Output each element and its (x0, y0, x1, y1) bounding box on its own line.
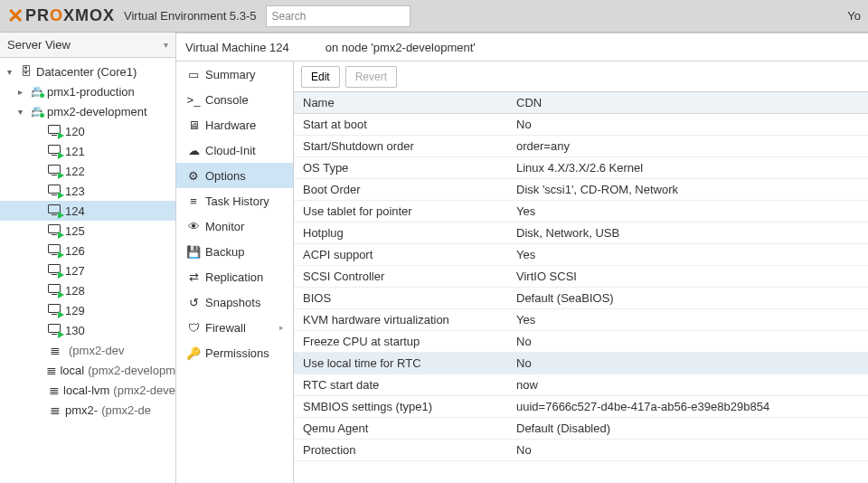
option-value: Linux 4.X/3.X/2.6 Kernel (513, 161, 868, 175)
vm-label: 124 (65, 204, 85, 218)
tree-vm[interactable]: 125 (0, 221, 175, 241)
storage-suffix: (pmx2-de (101, 403, 151, 417)
option-row[interactable]: RTC start date now (294, 374, 868, 396)
env-label: Virtual Environment 5.3-5 (124, 9, 256, 23)
resource-tree: ▾ Datacenter (Core1) ▸ pmx1-production▾ … (0, 58, 175, 423)
tree-vm[interactable]: 130 (0, 320, 175, 340)
option-value: order=any (513, 139, 868, 153)
tree-vm[interactable]: 129 (0, 300, 175, 320)
option-name: BIOS (294, 291, 513, 305)
subnav-hardware[interactable]: 🖥 Hardware (176, 112, 293, 137)
vm-label: 130 (65, 324, 85, 337)
tree-vm[interactable]: 120 (0, 121, 175, 141)
option-row[interactable]: BIOS Default (SeaBIOS) (294, 288, 868, 309)
tree-storage[interactable]: local-lvm (pmx2-deve (0, 380, 175, 400)
subnav-label: Options (205, 169, 246, 183)
option-row[interactable]: Hotplug Disk, Network, USB (294, 223, 868, 244)
subnav-snapshots[interactable]: ↺ Snapshots (176, 289, 293, 315)
chevron-down-icon: ▾ (164, 40, 168, 50)
tree-storage[interactable]: (pmx2-dev (0, 340, 175, 360)
subnav-label: Firewall (205, 321, 246, 335)
options-icon: ⚙ (185, 169, 202, 183)
tree-vm[interactable]: 123 (0, 181, 175, 201)
subnav-monitor[interactable]: 👁 Monitor (176, 213, 293, 239)
vm-node-text: on node 'pmx2-development' (326, 41, 476, 54)
option-row[interactable]: Protection No (294, 440, 868, 461)
main: Server View ▾ ▾ Datacenter (Core1) ▸ pmx… (0, 33, 868, 483)
subnav-label: Console (205, 93, 249, 107)
options-grid: Name CDN Start at boot NoStart/Shutdown … (294, 92, 868, 483)
tree-storage[interactable]: local (pmx2-developm (0, 360, 175, 380)
option-name: SMBIOS settings (type1) (294, 400, 513, 413)
collapse-icon[interactable]: ▾ (18, 107, 29, 117)
tree-datacenter[interactable]: ▾ Datacenter (Core1) (0, 62, 175, 81)
tree-vm[interactable]: 126 (0, 241, 175, 260)
view-label: Server View (7, 38, 71, 52)
vm-label: 129 (65, 304, 85, 317)
subnav-permissions[interactable]: 🔑 Permissions (176, 340, 293, 365)
option-row[interactable]: Freeze CPU at startup No (294, 331, 868, 353)
brand-prefix: PR (25, 6, 50, 24)
option-row[interactable]: SMBIOS settings (type1) uuid=7666c527-d4… (294, 396, 868, 418)
monitor-icon: 👁 (185, 220, 202, 233)
option-row[interactable]: Use local time for RTC No (294, 353, 868, 374)
col-header-name: Name (294, 96, 513, 109)
subnav-console[interactable]: >_ Console (176, 87, 293, 112)
option-row[interactable]: KVM hardware virtualization Yes (294, 309, 868, 331)
subnav-summary[interactable]: ▭ Summary (176, 62, 293, 87)
search-input[interactable]: Search (266, 5, 410, 27)
option-row[interactable]: Qemu Agent Default (Disabled) (294, 418, 868, 440)
option-name: Qemu Agent (294, 421, 513, 435)
option-name: Use tablet for pointer (294, 204, 513, 218)
tree-vm[interactable]: 121 (0, 141, 175, 161)
vm-icon (47, 304, 63, 317)
grid-header: Name CDN (294, 92, 868, 114)
tree-node[interactable]: ▾ pmx2-development (0, 101, 175, 121)
vm-label: 121 (65, 145, 85, 158)
option-value: Yes (513, 248, 868, 261)
tree-vm[interactable]: 128 (0, 280, 175, 300)
option-row[interactable]: Start at boot No (294, 114, 868, 136)
subnav-label: Backup (205, 245, 244, 259)
subnav-cloud-init[interactable]: ☁ Cloud-Init (176, 137, 293, 163)
tree-vm[interactable]: 122 (0, 161, 175, 181)
backup-icon: 💾 (185, 245, 202, 259)
option-row[interactable]: Boot Order Disk 'scsi1', CD-ROM, Network (294, 179, 868, 201)
subnav-backup[interactable]: 💾 Backup (176, 239, 293, 264)
node-label: pmx1-production (47, 85, 135, 99)
subnav-options[interactable]: ⚙ Options (176, 163, 293, 188)
expand-icon[interactable]: ▸ (18, 87, 29, 97)
storage-suffix: (pmx2-developm (88, 364, 175, 377)
node-icon (29, 86, 45, 98)
option-row[interactable]: SCSI Controller VirtIO SCSI (294, 266, 868, 288)
vm-label: 126 (65, 244, 85, 258)
header-right-text: Yo (847, 9, 861, 23)
tree-node[interactable]: ▸ pmx1-production (0, 81, 175, 101)
revert-button[interactable]: Revert (345, 66, 397, 88)
storage-icon (46, 383, 61, 397)
edit-button[interactable]: Edit (301, 66, 340, 88)
tree-vm[interactable]: 124 (0, 201, 175, 221)
option-row[interactable]: OS Type Linux 4.X/3.X/2.6 Kernel (294, 157, 868, 179)
collapse-icon[interactable]: ▾ (7, 67, 18, 77)
subnav-label: Snapshots (205, 296, 260, 309)
view-selector[interactable]: Server View ▾ (0, 33, 175, 58)
subnav-task-history[interactable]: ≡ Task History (176, 188, 293, 213)
subnav-replication[interactable]: ⇄ Replication (176, 264, 293, 289)
option-value: Disk 'scsi1', CD-ROM, Network (513, 183, 868, 196)
option-row[interactable]: Start/Shutdown order order=any (294, 136, 868, 157)
option-name: Start at boot (294, 118, 513, 131)
option-row[interactable]: Use tablet for pointer Yes (294, 201, 868, 223)
option-value: uuid=7666c527-d4be-417a-ab56-e39e8b29b85… (513, 400, 868, 413)
storage-label: pmx2- (65, 403, 98, 417)
tree-vm[interactable]: 127 (0, 260, 175, 280)
subnav-firewall[interactable]: 🛡 Firewall ▸ (176, 315, 293, 340)
vm-icon (47, 204, 63, 217)
tree-storage[interactable]: pmx2- (pmx2-de (0, 400, 175, 420)
storage-label: local-lvm (63, 384, 109, 397)
content-body: ▭ Summary >_ Console 🖥 Hardware ☁ Cloud-… (176, 61, 868, 483)
option-value: No (513, 118, 868, 131)
option-row[interactable]: ACPI support Yes (294, 244, 868, 266)
options-toolbar: Edit Revert (294, 62, 868, 92)
storage-suffix: (pmx2-dev (69, 344, 124, 357)
